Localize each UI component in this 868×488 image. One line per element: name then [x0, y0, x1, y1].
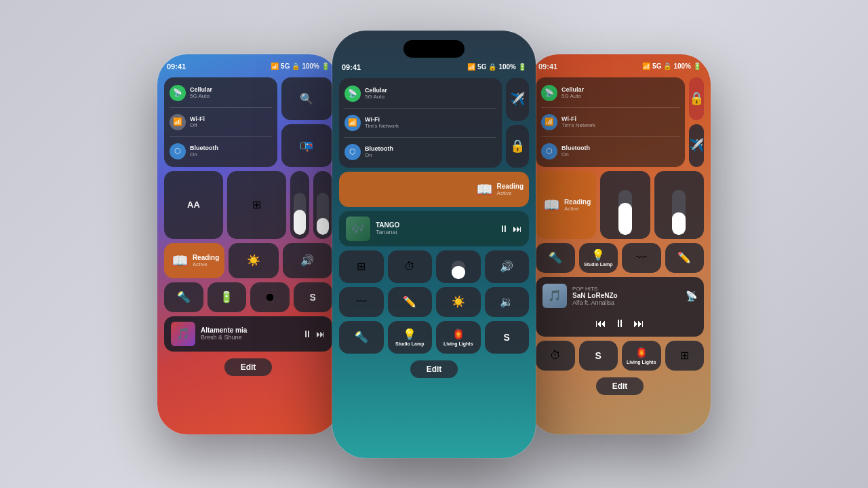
brightness-slider-center[interactable] — [436, 250, 481, 283]
sun-tile-center[interactable]: ☀️ — [436, 287, 481, 317]
wifi-text-center: Wi-Fi Tim's Network — [365, 116, 399, 129]
zoom-tile-left[interactable]: 🔍 — [281, 77, 332, 120]
edit-btn-left[interactable]: Edit — [224, 358, 273, 376]
mirror-tile-left[interactable]: ⊞ — [227, 171, 286, 239]
music-tile-center[interactable]: 🎶 TANGO Tananai ⏸ ⏭ — [339, 211, 529, 246]
bt-dot-center: ⬡ — [344, 144, 361, 160]
timer-tile-center[interactable]: ⏱ — [388, 250, 433, 283]
shazam-tile-center[interactable]: S — [485, 321, 530, 354]
volume-slider-right[interactable] — [654, 171, 704, 239]
row4-left: 🔦 🔋 ⏺ S — [164, 282, 332, 312]
flashlight-icon-center: 🔦 — [355, 331, 368, 343]
living-lights-tile-center[interactable]: 🏮 Living Lights — [436, 321, 481, 354]
music-info-left: Altamente mia Bresh & Shune — [201, 326, 297, 341]
pencil-tile-right[interactable]: ✏️ — [665, 243, 705, 273]
cellular-sub-left: 5G Auto — [190, 93, 212, 99]
brightness-slider-right[interactable] — [600, 171, 650, 239]
flashlight-tile-left[interactable]: 🔦 — [164, 282, 203, 312]
bt-icon-center: ⬡ — [349, 147, 356, 156]
pause-btn-right[interactable]: ⏸ — [614, 318, 625, 330]
living-lights-tile-right[interactable]: 🏮 Living Lights — [622, 341, 661, 371]
airplane-tile-center[interactable]: ✈️ — [506, 78, 529, 121]
shazam-tile-right[interactable]: S — [579, 341, 618, 371]
reading-tile-center[interactable]: 📖 Reading Active — [339, 172, 529, 207]
wifi-sub-right: Tim's Network — [561, 122, 595, 128]
music-tile-right[interactable]: 🎵 POP HITS SaN LoReNZo Alfa ft. Annalisa… — [536, 277, 704, 337]
prev-btn-right[interactable]: ⏮ — [595, 318, 606, 330]
wifi-row-center: 📶 Wi-Fi Tim's Network — [344, 113, 496, 133]
signal-label-left: 5G — [281, 62, 290, 70]
volume-slider-left[interactable] — [313, 171, 332, 239]
music-controls-right[interactable]: ⏮ ⏸ ⏭ — [595, 318, 644, 330]
bottom-row-right: ⏱ S 🏮 Living Lights ⊞ — [536, 341, 704, 371]
aa-label-left: AA — [187, 200, 200, 210]
brightness-fill-right — [618, 203, 632, 234]
volume-track-left — [317, 193, 329, 235]
connectivity-tile-right[interactable]: 📡 Cellular 5G Auto 📶 Wi-Fi — [536, 77, 685, 167]
flashlight-tile-center[interactable]: 🔦 — [339, 321, 384, 354]
music-controls-left[interactable]: ⏸ ⏭ — [302, 329, 326, 339]
volume-tile-center[interactable]: 🔊 — [485, 250, 530, 283]
pencil-icon-center: ✏️ — [403, 295, 416, 308]
studio-lamp-tile-center[interactable]: 💡 Studio Lamp — [388, 321, 433, 354]
music-controls-center[interactable]: ⏸ ⏭ — [499, 223, 522, 234]
shazam-icon-left: S — [310, 292, 316, 303]
next-btn-right[interactable]: ⏭ — [633, 318, 644, 330]
bt-text-right: Bluetooth On — [561, 145, 590, 157]
skip-btn-left[interactable]: ⏭ — [316, 329, 326, 339]
connectivity-row-left: 📡 Cellular 5G Auto 📶 Wi-Fi — [164, 77, 332, 167]
pencil-tile-center[interactable]: ✏️ — [388, 287, 433, 317]
shazam-tile-left[interactable]: S — [294, 282, 333, 312]
volume-btn-left[interactable]: 🔊 — [283, 243, 332, 278]
aa-tile-left[interactable]: AA — [164, 171, 223, 239]
connectivity-tile-left[interactable]: 📡 Cellular 5G Auto 📶 Wi-Fi — [164, 77, 277, 167]
connectivity-tile-center[interactable]: 📡 Cellular 5G Auto 📶 Wi-Fi — [339, 78, 502, 168]
reading-tile-right[interactable]: 📖 Reading Active — [536, 171, 596, 239]
brightness-slider-left[interactable] — [290, 171, 309, 239]
waveform-tile-right[interactable]: 〰 — [622, 243, 661, 273]
edit-btn-center[interactable]: Edit — [410, 360, 458, 378]
signal-icon-left: 📶 — [271, 62, 279, 70]
music-tile-left[interactable]: 🎵 Altamente mia Bresh & Shune ⏸ ⏭ — [164, 316, 332, 352]
volume-fill-left — [317, 218, 329, 235]
time-left: 09:41 — [167, 62, 186, 71]
reading-text-center: Reading Active — [497, 183, 524, 196]
wifi-sub-center: Tim's Network — [365, 123, 399, 129]
wifi-label-right: Wi-Fi — [561, 115, 595, 122]
living-lights-icon-center: 🏮 — [452, 328, 465, 341]
skip-btn-center[interactable]: ⏭ — [513, 223, 522, 234]
divider-2-center — [344, 137, 496, 138]
battery-tile-left[interactable]: 🔋 — [208, 282, 247, 312]
reading-tile-left[interactable]: 📖 Reading Active — [164, 243, 224, 278]
voicemail-tile-left[interactable]: 📭 — [281, 124, 332, 167]
waveform-tile-center[interactable]: 〰 — [339, 287, 384, 317]
mirror-tile-center[interactable]: ⊞ — [339, 250, 384, 283]
timer-tile-right[interactable]: ⏱ — [536, 341, 575, 371]
lock-tile-center[interactable]: 🔒 — [506, 125, 529, 168]
record-tile-left[interactable]: ⏺ — [250, 282, 290, 312]
lock-icon-right: 🔒 — [663, 62, 671, 70]
brightness-btn-left[interactable]: ☀️ — [229, 243, 278, 278]
lock-tile-right[interactable]: 🔒 — [689, 77, 704, 120]
speaker-tile-center[interactable]: 🔉 — [485, 287, 530, 317]
airplane-tile-right[interactable]: ✈️ — [689, 124, 704, 167]
icon-row2-center: 〰 ✏️ ☀️ 🔉 — [339, 287, 529, 317]
battery-icon-center: 🔋 — [518, 63, 526, 71]
volume-track-right — [672, 190, 686, 235]
cellular-row-center: 📡 Cellular 5G Auto — [344, 83, 496, 104]
cellular-label-left: Cellular — [190, 86, 212, 93]
wifi-dot-left: 📶 — [170, 114, 186, 130]
studio-lamp-tile-right[interactable]: 💡 Studio Lamp — [579, 243, 618, 273]
flashlight-tile-right[interactable]: 🔦 — [536, 243, 575, 273]
music-art-right: 🎵 — [542, 284, 567, 308]
airplay-icon-right[interactable]: 📡 — [686, 290, 697, 301]
pause-btn-center[interactable]: ⏸ — [499, 223, 509, 234]
cellular-sub-right: 5G Auto — [561, 93, 584, 99]
mirror-tile-right[interactable]: ⊞ — [665, 341, 705, 371]
icon-row1-right: 🔦 💡 Studio Lamp 〰 ✏️ — [536, 243, 704, 273]
edit-btn-right[interactable]: Edit — [596, 377, 644, 395]
wifi-label-center: Wi-Fi — [365, 116, 399, 123]
pause-btn-left[interactable]: ⏸ — [302, 329, 312, 339]
cellular-icon-center: 📡 — [348, 89, 357, 98]
lock-icon-center: 🔒 — [488, 63, 496, 71]
